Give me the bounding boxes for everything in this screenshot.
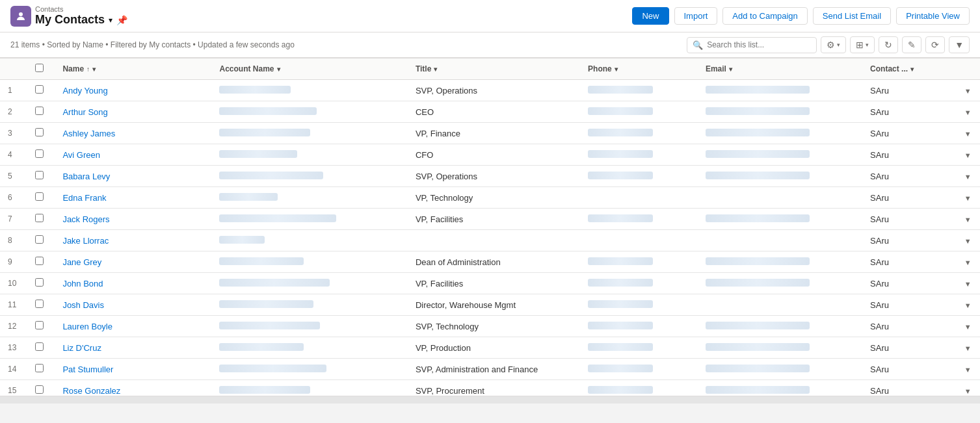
- sync-button[interactable]: ⟳: [925, 36, 945, 53]
- title-chevron-icon[interactable]: ▾: [434, 66, 437, 73]
- phone-cell: [580, 80, 698, 101]
- row-action-dropdown[interactable]: ▼: [964, 301, 972, 309]
- select-all-header[interactable]: [27, 58, 55, 80]
- contact-name-link[interactable]: Rose Gonzalez: [62, 386, 120, 396]
- account-chevron-icon[interactable]: ▾: [277, 66, 280, 73]
- row-checkbox[interactable]: [35, 257, 44, 265]
- account-name-cell: [211, 316, 407, 337]
- phone-column-header[interactable]: Phone ▾: [580, 58, 698, 80]
- search-box[interactable]: 🔍: [687, 37, 817, 53]
- settings-icon-button[interactable]: ⚙ ▾: [821, 36, 846, 53]
- pin-icon[interactable]: 📌: [116, 15, 127, 25]
- phone-chevron-icon[interactable]: ▾: [615, 66, 618, 73]
- row-num-header: [0, 58, 27, 80]
- title-dropdown-icon[interactable]: ▾: [109, 16, 113, 25]
- email-column-header[interactable]: Email ▾: [698, 58, 862, 80]
- select-all-checkbox[interactable]: [35, 64, 44, 72]
- contact-name-link[interactable]: Jane Grey: [62, 257, 101, 267]
- row-action-dropdown[interactable]: ▼: [964, 130, 972, 138]
- row-action-dropdown[interactable]: ▼: [964, 216, 972, 224]
- row-actions-cell: ▼: [957, 380, 980, 396]
- email-blurred: [706, 129, 810, 136]
- table-row: 4Avi GreenCFOSAru▼: [0, 144, 980, 166]
- row-checkbox-cell: [27, 230, 55, 251]
- row-checkbox[interactable]: [35, 278, 44, 287]
- account-name-cell: [211, 209, 407, 230]
- email-chevron-icon[interactable]: ▾: [729, 66, 732, 73]
- contact-name-link[interactable]: Josh Davis: [62, 300, 104, 310]
- row-action-dropdown[interactable]: ▼: [964, 173, 972, 181]
- contact-chevron-icon[interactable]: ▾: [910, 66, 914, 73]
- row-number: 10: [0, 273, 27, 294]
- add-to-campaign-button[interactable]: Add to Campaign: [722, 7, 807, 25]
- row-checkbox[interactable]: [35, 321, 44, 329]
- row-action-dropdown[interactable]: ▼: [964, 344, 972, 352]
- contact-name-link[interactable]: Avi Green: [62, 150, 100, 160]
- row-action-dropdown[interactable]: ▼: [964, 259, 972, 266]
- row-checkbox[interactable]: [35, 235, 44, 244]
- row-action-dropdown[interactable]: ▼: [964, 387, 972, 395]
- contact-name-cell: John Bond: [55, 273, 211, 294]
- row-checkbox[interactable]: [35, 300, 44, 308]
- email-blurred: [706, 343, 810, 351]
- phone-cell: [580, 101, 698, 123]
- row-action-dropdown[interactable]: ▼: [964, 151, 972, 159]
- row-action-dropdown[interactable]: ▼: [964, 109, 972, 116]
- contact-name-link[interactable]: Pat Stumuller: [62, 365, 113, 374]
- row-action-dropdown[interactable]: ▼: [964, 237, 972, 245]
- title-column-header[interactable]: Title ▾: [408, 58, 580, 80]
- row-checkbox[interactable]: [35, 214, 44, 222]
- horizontal-scrollbar[interactable]: [0, 396, 980, 404]
- contact-name-link[interactable]: Jack Rogers: [62, 214, 109, 224]
- refresh-button[interactable]: ↻: [879, 36, 898, 53]
- new-button[interactable]: New: [632, 7, 669, 25]
- contact-name-link[interactable]: Jake Llorrac: [62, 236, 109, 246]
- grid-view-button[interactable]: ⊞ ▾: [850, 36, 875, 53]
- contact-name-link[interactable]: Andy Young: [62, 86, 107, 96]
- row-checkbox[interactable]: [35, 192, 44, 201]
- send-list-email-button[interactable]: Send List Email: [813, 7, 891, 25]
- row-actions-cell: ▼: [957, 273, 980, 294]
- contact-owner-column-header[interactable]: Contact ... ▾: [862, 58, 957, 80]
- edit-columns-button[interactable]: ✎: [902, 36, 921, 53]
- row-action-dropdown[interactable]: ▼: [964, 280, 972, 288]
- contact-name-link[interactable]: Lauren Boyle: [62, 322, 113, 331]
- row-action-dropdown[interactable]: ▼: [964, 366, 972, 374]
- contact-name-link[interactable]: John Bond: [62, 279, 103, 288]
- contact-name-link[interactable]: Liz D'Cruz: [62, 343, 101, 353]
- contact-name-link[interactable]: Arthur Song: [62, 107, 107, 117]
- account-name-blurred: [219, 257, 304, 265]
- account-name-blurred: [219, 107, 317, 115]
- printable-view-button[interactable]: Printable View: [896, 7, 970, 25]
- contact-name-link[interactable]: Babara Levy: [62, 172, 110, 181]
- row-checkbox[interactable]: [35, 364, 44, 372]
- row-checkbox[interactable]: [35, 342, 44, 351]
- row-action-dropdown[interactable]: ▼: [964, 87, 972, 95]
- title-cell: SVP, Operations: [408, 166, 580, 187]
- account-name-cell: [211, 166, 407, 187]
- row-checkbox[interactable]: [35, 85, 44, 94]
- contact-owner-cell: SAru: [862, 101, 957, 123]
- row-actions-cell: ▼: [957, 187, 980, 209]
- row-action-dropdown[interactable]: ▼: [964, 323, 972, 331]
- filter-button[interactable]: ▼: [949, 36, 970, 53]
- row-checkbox[interactable]: [35, 385, 44, 394]
- account-name-column-header[interactable]: Account Name ▾: [211, 58, 407, 80]
- name-column-header[interactable]: Name ↑ ▾: [55, 58, 211, 80]
- phone-cell: [580, 359, 698, 380]
- import-button[interactable]: Import: [674, 7, 718, 25]
- contact-name-link[interactable]: Ashley James: [62, 129, 115, 138]
- row-checkbox[interactable]: [35, 171, 44, 179]
- contact-name-cell: Edna Frank: [55, 187, 211, 209]
- search-input[interactable]: [707, 40, 811, 49]
- contact-name-link[interactable]: Edna Frank: [62, 193, 106, 203]
- row-checkbox[interactable]: [35, 107, 44, 115]
- row-checkbox[interactable]: [35, 128, 44, 136]
- phone-blurred: [588, 386, 653, 394]
- email-cell: [698, 294, 862, 316]
- name-chevron-icon[interactable]: ▾: [92, 66, 96, 73]
- row-checkbox[interactable]: [35, 149, 44, 158]
- contact-owner-cell: SAru: [862, 380, 957, 396]
- row-action-dropdown[interactable]: ▼: [964, 194, 972, 202]
- name-sort-icon[interactable]: ↑: [86, 66, 90, 73]
